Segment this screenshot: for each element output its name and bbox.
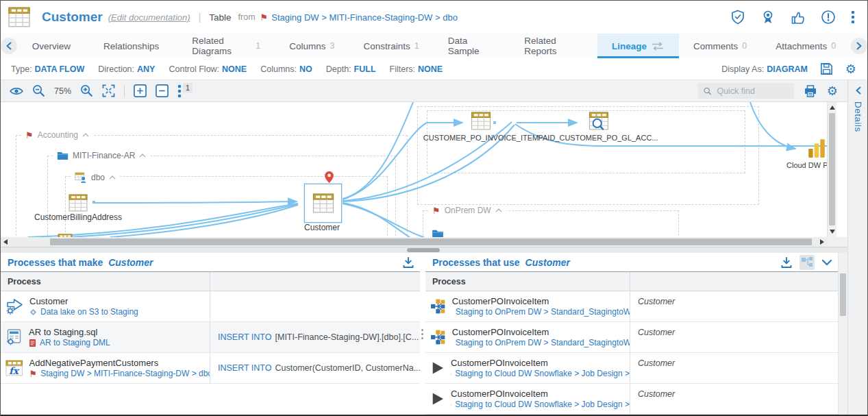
tab-data-sample[interactable]: Data Sample bbox=[434, 34, 510, 58]
use-panel-tree-view-button[interactable] bbox=[799, 255, 815, 270]
make-row-0-path-link[interactable]: Data lake on S3 to Staging bbox=[40, 307, 138, 317]
tab-lineage[interactable]: Lineage bbox=[597, 34, 679, 58]
use-row-1[interactable]: CustomerPOInvoiceItem Staging to OnPrem … bbox=[425, 322, 838, 353]
group-label-miti-finance-ar[interactable]: MITI-Finance-AR bbox=[53, 150, 150, 161]
make-row-add-negative-payment-customers[interactable]: AddNegativePaymentCustomers ⚑Staging DW … bbox=[1, 353, 420, 384]
use-row-2[interactable]: CustomerPOInvoiceItem Staging to Cloud D… bbox=[425, 353, 838, 384]
filter-direction[interactable]: Direction:ANY bbox=[98, 64, 155, 74]
lineage-settings-gear-button[interactable]: ⚙ bbox=[845, 63, 856, 75]
tab-constraints[interactable]: Constraints1 bbox=[349, 34, 433, 58]
process-panels: Processes that make Customer Process Cus… bbox=[1, 253, 847, 415]
use-panel-scroll-thumb[interactable] bbox=[840, 273, 846, 316]
flag-icon: ⚑ bbox=[432, 206, 441, 215]
tab-related-diagrams[interactable]: Related Diagrams1 bbox=[177, 34, 275, 58]
more-menu-kebab-button[interactable] bbox=[851, 10, 855, 24]
node-partial-table-icon[interactable] bbox=[58, 234, 73, 237]
diagram-settings-gear-button[interactable]: ⚙ bbox=[827, 85, 838, 97]
filter-type[interactable]: Type:DATA FLOW bbox=[11, 64, 84, 74]
data-flow-process-icon bbox=[5, 298, 23, 315]
scroll-down-arrow[interactable] bbox=[830, 230, 835, 234]
node-customer-po-invoice-item-icon[interactable] bbox=[471, 112, 491, 130]
collapse-chevron-icon[interactable] bbox=[82, 133, 89, 137]
object-header: Customer (Edit documentation) | Table fr… bbox=[1, 1, 867, 34]
save-view-button[interactable] bbox=[820, 62, 833, 75]
use-row-0-path-link[interactable]: Staging to OnPrem DW > Standard_Stagingt… bbox=[456, 307, 630, 317]
panel-splitter-grip[interactable] bbox=[421, 327, 423, 341]
flag-icon: ⚑ bbox=[29, 369, 38, 378]
group-label-onprem-dw[interactable]: ⚑ OnPrem DW bbox=[428, 205, 506, 216]
horizontal-scroll-thumb[interactable] bbox=[50, 238, 812, 245]
play-job-icon bbox=[430, 391, 445, 406]
zoom-out-button[interactable] bbox=[32, 84, 45, 97]
details-panel-label[interactable]: Details bbox=[853, 101, 863, 132]
zoom-level[interactable]: 75% bbox=[54, 86, 71, 96]
tabs-scroll-left-button[interactable] bbox=[1, 34, 18, 58]
scroll-up-arrow[interactable] bbox=[830, 106, 835, 110]
collapse-all-button[interactable] bbox=[156, 84, 169, 97]
node-customer-selected[interactable] bbox=[304, 184, 342, 223]
breadcrumb[interactable]: Staging DW > MITI-Finance-Staging-DW > d… bbox=[271, 12, 458, 23]
use-panel-download-button[interactable] bbox=[780, 256, 793, 269]
canvas-vertical-scrollbar[interactable] bbox=[827, 102, 836, 237]
group-label-dbo[interactable]: dbo bbox=[71, 171, 120, 184]
make-panel-download-button[interactable] bbox=[402, 256, 414, 269]
use-row-3[interactable]: CustomerPOInvoiceItem Staging to Cloud D… bbox=[425, 384, 838, 415]
tab-overview[interactable]: Overview bbox=[18, 34, 89, 58]
horizontal-splitter[interactable] bbox=[1, 247, 847, 253]
tab-relationships[interactable]: Relationships bbox=[89, 34, 177, 58]
expand-all-button[interactable] bbox=[134, 84, 147, 97]
use-panel-vertical-scrollbar[interactable] bbox=[838, 253, 847, 415]
warning-button[interactable] bbox=[821, 10, 836, 25]
processes-that-use-panel: Processes that use Customer Process Cust… bbox=[425, 253, 838, 415]
tabs-scroll-right-button[interactable] bbox=[850, 34, 867, 58]
print-button[interactable] bbox=[804, 84, 817, 98]
use-row-0-target: Customer bbox=[630, 291, 838, 321]
use-row-1-path-link[interactable]: Staging to OnPrem DW > Standard_Stagingt… bbox=[456, 338, 630, 348]
quick-find-input[interactable] bbox=[715, 86, 788, 97]
certify-award-button[interactable] bbox=[760, 10, 776, 25]
canvas-horizontal-scrollbar[interactable] bbox=[1, 237, 827, 247]
filter-filters[interactable]: Filters:NONE bbox=[390, 64, 443, 74]
filter-depth[interactable]: Depth:FULL bbox=[326, 64, 376, 74]
make-row-1-path-link[interactable]: AR to Staging DML bbox=[40, 338, 110, 348]
visibility-eye-button[interactable] bbox=[10, 86, 23, 96]
scroll-left-arrow[interactable] bbox=[3, 239, 8, 245]
use-row-3-path-link[interactable]: Staging to Cloud DW Snowflake > Job Desi… bbox=[455, 400, 630, 410]
collapse-chevron-icon[interactable] bbox=[495, 208, 502, 212]
vertical-scroll-thumb[interactable] bbox=[829, 113, 835, 225]
scrollbar-corner bbox=[827, 237, 847, 247]
edit-documentation-link[interactable]: (Edit documentation) bbox=[108, 12, 190, 23]
like-thumbs-up-button[interactable] bbox=[791, 10, 806, 25]
make-row-ar-to-staging[interactable]: AR to Staging.sql AR to Staging DML INSE… bbox=[1, 322, 420, 353]
make-row-customer[interactable]: Customer Data lake on S3 to Staging bbox=[1, 291, 420, 322]
tab-columns[interactable]: Columns3 bbox=[275, 34, 349, 58]
node-paid-customer-po-gl-acc-icon[interactable] bbox=[588, 112, 609, 130]
details-expand-chevron-icon[interactable] bbox=[856, 86, 861, 95]
zoom-in-button[interactable] bbox=[80, 84, 93, 97]
onprem-folder-icon[interactable] bbox=[432, 229, 444, 237]
verified-shield-button[interactable] bbox=[730, 10, 745, 25]
collapse-chevron-icon[interactable] bbox=[139, 154, 146, 158]
tab-attachments[interactable]: Attachments0 bbox=[761, 34, 850, 58]
display-as-selector[interactable]: Display As:DIAGRAM bbox=[721, 64, 808, 74]
use-row-2-path-link[interactable]: Staging to Cloud DW Snowflake > Job Desi… bbox=[455, 369, 630, 379]
filter-columns[interactable]: Columns:NO bbox=[260, 64, 312, 74]
use-row-0[interactable]: CustomerPOInvoiceItem Staging to OnPrem … bbox=[425, 291, 838, 322]
node-cloud-dw-powerbi-icon[interactable] bbox=[808, 138, 826, 158]
layers-kebab-button[interactable]: 1 bbox=[177, 84, 193, 98]
collapse-chevron-icon[interactable] bbox=[109, 175, 116, 180]
fit-to-screen-button[interactable] bbox=[102, 84, 115, 97]
quick-find-box[interactable] bbox=[698, 83, 794, 99]
lineage-diagram-canvas[interactable]: ⚑ Accounting MITI-Finance-AR dbo ⚑ OnPre… bbox=[1, 102, 827, 237]
make-row-2-path-link[interactable]: Staging DW > MITI-Finance-Staging-DW > d… bbox=[40, 369, 210, 379]
tab-related-reports[interactable]: Related Reports bbox=[510, 34, 597, 58]
details-side-panel-tab[interactable]: Details bbox=[847, 80, 868, 415]
filter-control-flow[interactable]: Control Flow:NONE bbox=[169, 64, 247, 74]
node-customer-billing-address-icon[interactable] bbox=[69, 194, 88, 212]
scroll-right-arrow[interactable] bbox=[820, 239, 824, 245]
splitter-grip-handle[interactable] bbox=[407, 248, 440, 252]
use-panel-collapse-chevron-button[interactable] bbox=[821, 259, 832, 266]
group-label-accounting[interactable]: ⚑ Accounting bbox=[21, 130, 93, 140]
tab-comments[interactable]: Comments0 bbox=[679, 34, 761, 58]
panel-vertical-splitter[interactable] bbox=[420, 253, 425, 415]
